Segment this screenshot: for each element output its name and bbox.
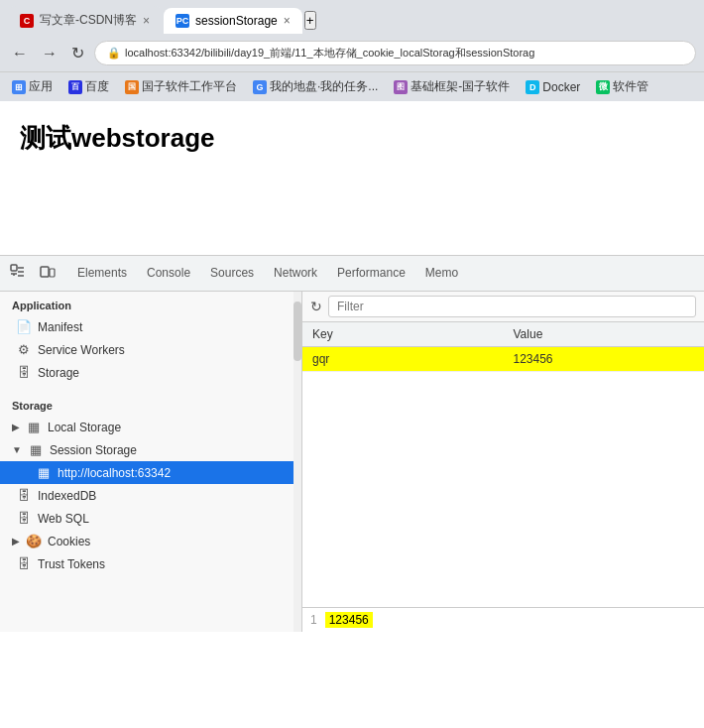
sidebar-item-local-storage[interactable]: ▶ ▦ Local Storage (0, 416, 301, 438)
docker-bk-icon: D (526, 80, 539, 94)
sidebar-item-storage[interactable]: 🗄 Storage (0, 361, 301, 384)
back-button[interactable]: ← (8, 43, 32, 64)
bookmark-wechat[interactable]: 微 软件管 (592, 76, 652, 97)
bookmark-guozi[interactable]: 国 国子软件工作平台 (121, 76, 241, 97)
sidebar-item-manifest[interactable]: 📄 Manifest (0, 315, 301, 338)
wechat-bk-icon: 微 (596, 80, 610, 94)
bookmark-gdrive-label: 我的地盘·我的任务... (270, 78, 378, 95)
session-storage-label: Session Storage (50, 443, 137, 457)
tab-elements[interactable]: Elements (67, 260, 137, 288)
bookmark-jichu-label: 基础框架-国子软件 (411, 78, 510, 95)
trust-tokens-label: Trust Tokens (38, 557, 105, 571)
tab-performance[interactable]: Performance (327, 260, 415, 288)
gdrive-bk-icon: G (253, 80, 267, 94)
service-workers-icon: ⚙ (16, 342, 32, 357)
value-column-header: Value (504, 322, 705, 347)
tab-csdn[interactable]: C 写文章-CSDN博客 × (8, 6, 162, 35)
session-tab-label: sessionStorage (195, 14, 278, 28)
jichu-bk-icon: 图 (394, 80, 408, 94)
session-tab-icon: PC (176, 14, 189, 28)
url-text: localhost:63342/bilibili/day19_前端/11_本地存… (125, 46, 534, 61)
cookies-expand-icon[interactable]: ▶ (12, 536, 20, 546)
svg-rect-0 (11, 265, 17, 271)
value-bar: 1 123456 (302, 607, 704, 632)
tab-console[interactable]: Console (137, 260, 200, 288)
guozi-bk-icon: 国 (125, 80, 139, 94)
cookies-label: Cookies (48, 535, 90, 548)
application-section-title: Application (0, 292, 301, 315)
bookmark-docker[interactable]: D Docker (522, 78, 584, 96)
tab-session[interactable]: PC sessionStorage × (164, 8, 302, 34)
tab-bar: C 写文章-CSDN博客 × PC sessionStorage × + (0, 0, 704, 35)
refresh-button[interactable]: ↻ (310, 299, 322, 314)
sidebar-scrollbar-thumb[interactable] (293, 302, 301, 361)
web-sql-label: Web SQL (38, 512, 89, 526)
page-title: 测试webstorage (20, 121, 215, 156)
key-column-header: Key (302, 322, 504, 347)
session-storage-expand-icon[interactable]: ▼ (12, 444, 22, 455)
bookmark-baidu-label: 百度 (85, 78, 109, 95)
indexeddb-icon: 🗄 (16, 488, 32, 503)
inspect-element-button[interactable] (4, 260, 32, 287)
tab-sources[interactable]: Sources (200, 260, 264, 288)
value-cell: 123456 (504, 347, 705, 372)
lock-icon: 🔒 (107, 47, 121, 60)
bookmark-jichu[interactable]: 图 基础框架-国子软件 (390, 76, 514, 97)
web-sql-icon: 🗄 (16, 511, 32, 526)
bookmark-gdrive[interactable]: G 我的地盘·我的任务... (249, 76, 382, 97)
application-sidebar: Application 📄 Manifest ⚙ Service Workers… (0, 292, 302, 632)
bookmark-guozi-label: 国子软件工作平台 (142, 78, 237, 95)
table-row[interactable]: gqr 123456 (302, 347, 704, 372)
storage-section-title: Storage (0, 392, 301, 416)
cookies-icon: 🍪 (26, 534, 42, 548)
devtools-toolbar: Elements Console Sources Network Perform… (0, 256, 704, 292)
bookmark-baidu[interactable]: 百 百度 (64, 76, 113, 97)
bookmarks-bar: ⊞ 应用 百 百度 国 国子软件工作平台 G 我的地盘·我的任务... 图 基础… (0, 71, 704, 101)
sidebar-item-trust-tokens[interactable]: 🗄 Trust Tokens (0, 552, 301, 575)
csdn-tab-close[interactable]: × (143, 14, 150, 28)
sidebar-item-indexeddb[interactable]: 🗄 IndexedDB (0, 484, 301, 507)
storage-top-label: Storage (38, 366, 79, 380)
bookmark-docker-label: Docker (542, 80, 580, 94)
bookmark-apps-label: 应用 (29, 78, 53, 95)
tab-network[interactable]: Network (264, 260, 327, 288)
tab-memory[interactable]: Memo (415, 260, 468, 288)
sidebar-item-cookies[interactable]: ▶ 🍪 Cookies (0, 530, 301, 552)
devtools-body: Application 📄 Manifest ⚙ Service Workers… (0, 292, 704, 632)
table-header-row: Key Value (302, 322, 704, 347)
new-tab-button[interactable]: + (304, 11, 316, 30)
session-tab-close[interactable]: × (284, 14, 291, 28)
csdn-tab-label: 写文章-CSDN博客 (40, 12, 137, 29)
sidebar-item-session-storage[interactable]: ▼ ▦ Session Storage (0, 438, 301, 461)
forward-button[interactable]: → (38, 43, 61, 64)
browser-chrome: C 写文章-CSDN博客 × PC sessionStorage × + ← →… (0, 0, 704, 101)
manifest-label: Manifest (38, 320, 82, 334)
sidebar-item-web-sql[interactable]: 🗄 Web SQL (0, 507, 301, 530)
sidebar-item-service-workers[interactable]: ⚙ Service Workers (0, 338, 301, 361)
sidebar-scrollbar[interactable] (293, 292, 301, 632)
localhost-label: http://localhost:63342 (58, 466, 171, 480)
local-storage-icon: ▦ (26, 420, 42, 434)
key-cell: gqr (302, 347, 504, 372)
localhost-icon: ▦ (36, 465, 52, 480)
storage-icon: 🗄 (16, 365, 32, 380)
storage-table: Key Value gqr 123456 (302, 322, 704, 372)
page-content: 测试webstorage (0, 101, 704, 255)
bookmark-wechat-label: 软件管 (613, 78, 648, 95)
local-storage-expand-icon[interactable]: ▶ (12, 422, 20, 432)
sidebar-item-localhost[interactable]: ▦ http://localhost:63342 (0, 461, 301, 484)
apps-bk-icon: ⊞ (12, 80, 26, 94)
bookmark-apps[interactable]: ⊞ 应用 (8, 76, 57, 97)
csdn-tab-icon: C (20, 14, 34, 28)
svg-rect-1 (41, 267, 49, 277)
url-bar[interactable]: 🔒 localhost:63342/bilibili/day19_前端/11_本… (94, 41, 696, 65)
bottom-value: 123456 (325, 612, 373, 628)
device-toggle-button[interactable] (34, 260, 61, 287)
reload-button[interactable]: ↻ (67, 42, 88, 64)
trust-tokens-icon: 🗄 (16, 556, 32, 571)
service-workers-label: Service Workers (38, 343, 125, 357)
svg-rect-2 (50, 269, 55, 277)
address-bar: ← → ↻ 🔒 localhost:63342/bilibili/day19_前… (0, 35, 704, 71)
filter-input[interactable] (328, 296, 696, 317)
main-panel: ↻ Key Value gqr 123456 (302, 292, 704, 632)
